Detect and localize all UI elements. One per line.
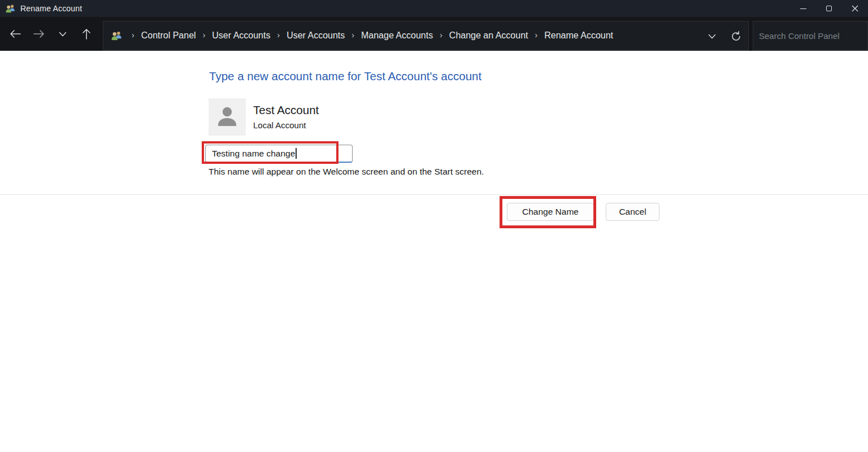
breadcrumb: › Control Panel › User Accounts › User A… (125, 31, 613, 41)
address-bar[interactable]: › Control Panel › User Accounts › User A… (103, 21, 749, 50)
account-type-label: Local Account (253, 120, 306, 130)
window-title: Rename Account (20, 4, 82, 13)
address-bar-right (708, 21, 741, 51)
navigation-bar: › Control Panel › User Accounts › User A… (0, 17, 868, 51)
input-help-text: This name will appear on the Welcome scr… (209, 167, 484, 177)
new-account-name-input[interactable]: Testing name change (205, 145, 353, 163)
page-title: Type a new account name for Test Account… (209, 69, 481, 83)
back-button[interactable] (3, 21, 27, 46)
breadcrumb-separator: › (535, 31, 538, 40)
refresh-icon (731, 31, 741, 42)
minimize-button[interactable] (790, 0, 816, 17)
breadcrumb-rename-account[interactable]: Rename Account (544, 31, 613, 41)
account-name-label: Test Account (253, 103, 319, 117)
close-button[interactable] (842, 0, 868, 17)
close-icon (852, 5, 858, 12)
breadcrumb-user-accounts-2[interactable]: User Accounts (287, 31, 345, 41)
recent-pages-chevron-icon (59, 32, 67, 37)
back-icon (9, 29, 21, 39)
avatar-person-icon (214, 104, 240, 130)
breadcrumb-control-panel[interactable]: Control Panel (141, 31, 196, 41)
refresh-button[interactable] (731, 31, 741, 42)
content-divider (0, 194, 868, 195)
rename-account-window: Rename Account (0, 0, 868, 452)
address-dropdown-chevron-icon (708, 34, 716, 39)
cancel-button[interactable]: Cancel (606, 203, 659, 221)
breadcrumb-separator: › (132, 31, 134, 40)
breadcrumb-separator: › (351, 31, 354, 40)
breadcrumb-manage-accounts[interactable]: Manage Accounts (361, 31, 433, 41)
search-input[interactable] (753, 31, 868, 41)
breadcrumb-separator: › (203, 31, 206, 40)
new-account-name-value: Testing name change (212, 149, 295, 159)
search-box (753, 21, 868, 50)
breadcrumb-change-an-account[interactable]: Change an Account (449, 31, 528, 41)
forward-button[interactable] (27, 21, 51, 46)
maximize-icon (826, 6, 832, 11)
maximize-button[interactable] (816, 0, 842, 17)
breadcrumb-user-accounts-icon (111, 31, 123, 41)
address-dropdown-button[interactable] (708, 34, 716, 39)
breadcrumb-separator: › (277, 31, 280, 40)
change-name-button[interactable]: Change Name (507, 203, 594, 221)
nav-buttons (3, 21, 98, 46)
breadcrumb-user-accounts-1[interactable]: User Accounts (212, 31, 270, 41)
user-accounts-icon (6, 4, 16, 13)
up-button[interactable] (75, 21, 98, 46)
up-icon (81, 28, 92, 40)
text-caret (296, 148, 297, 159)
breadcrumb-separator: › (440, 31, 442, 40)
minimize-icon (800, 8, 806, 9)
account-avatar (209, 98, 246, 136)
forward-icon (33, 29, 45, 39)
recent-pages-button[interactable] (51, 21, 75, 46)
window-controls (790, 0, 868, 17)
titlebar: Rename Account (0, 0, 868, 17)
